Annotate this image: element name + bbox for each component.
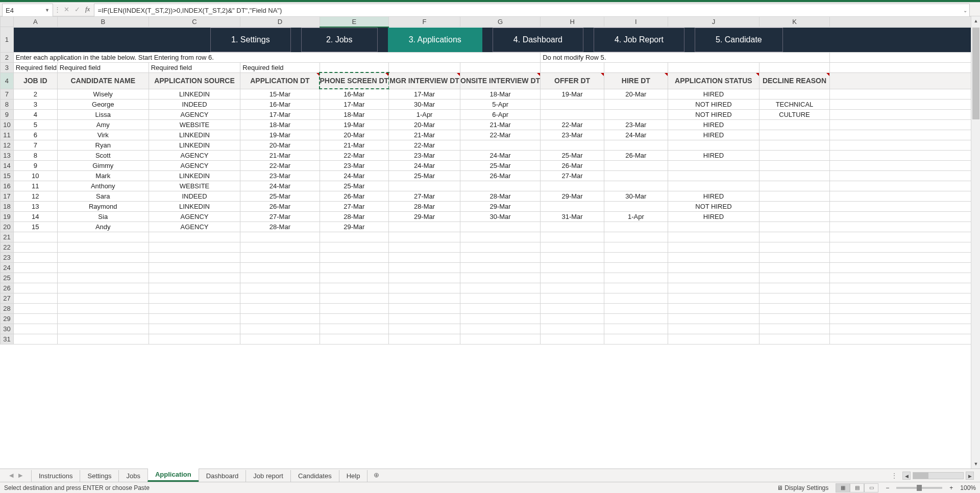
- cell-r20-c10[interactable]: [760, 221, 830, 232]
- empty-cell[interactable]: [760, 232, 830, 242]
- cell-r16-c7[interactable]: [541, 181, 604, 191]
- empty-cell[interactable]: [13, 293, 57, 303]
- cell-r9-c3[interactable]: 17-Mar: [240, 109, 320, 119]
- cell-r10-c7[interactable]: 22-Mar: [541, 119, 604, 130]
- empty-cell[interactable]: [829, 262, 979, 273]
- cell-r19-c0[interactable]: 14: [13, 211, 57, 221]
- empty-cell[interactable]: [149, 252, 240, 262]
- sheet-tab-candidates[interactable]: Candidates: [290, 470, 339, 482]
- cell-r19-c6[interactable]: 30-Mar: [460, 211, 541, 221]
- column-header-C[interactable]: C: [149, 17, 240, 27]
- cell-r18-c9[interactable]: NOT HIRED: [668, 201, 759, 211]
- empty-cell[interactable]: [149, 262, 240, 273]
- empty-cell[interactable]: [389, 283, 460, 293]
- empty-cell[interactable]: [149, 273, 240, 283]
- nav-button-0[interactable]: 1. Settings: [210, 28, 291, 52]
- empty-cell[interactable]: [149, 293, 240, 303]
- cell-r8-c3[interactable]: 16-Mar: [240, 99, 320, 109]
- cell-r19-c7[interactable]: 31-Mar: [541, 211, 604, 221]
- empty-cell[interactable]: [389, 252, 460, 262]
- cell-r20-c8[interactable]: [604, 221, 668, 232]
- column-header-G[interactable]: G: [460, 17, 541, 27]
- empty-cell[interactable]: [389, 303, 460, 313]
- cell-r7-c5[interactable]: 17-Mar: [389, 89, 460, 99]
- empty-cell[interactable]: [460, 283, 541, 293]
- cell-r16-c4[interactable]: 25-Mar: [320, 181, 389, 191]
- empty-cell[interactable]: [149, 334, 240, 344]
- empty-cell[interactable]: [240, 242, 320, 252]
- cell-r20-c5[interactable]: [389, 221, 460, 232]
- cell-r16-c5[interactable]: [389, 181, 460, 191]
- cell-r9-c0[interactable]: 4: [13, 109, 57, 119]
- cell-r15-c6[interactable]: 26-Mar: [460, 170, 541, 181]
- empty-cell[interactable]: [604, 242, 668, 252]
- empty-cell[interactable]: [604, 293, 668, 303]
- cell-r13-c4[interactable]: 22-Mar: [320, 150, 389, 160]
- empty-cell[interactable]: [57, 242, 149, 252]
- cell-r10-c6[interactable]: 21-Mar: [460, 119, 541, 130]
- empty-cell[interactable]: [57, 303, 149, 313]
- cell-r17-c4[interactable]: 26-Mar: [320, 191, 389, 201]
- empty-cell[interactable]: [57, 252, 149, 262]
- table-header-10[interactable]: DECLINE REASON: [760, 72, 830, 89]
- cell-r14-c2[interactable]: AGENCY: [149, 160, 240, 170]
- empty-cell[interactable]: [240, 283, 320, 293]
- empty-cell[interactable]: [541, 262, 604, 273]
- cell-r12-c1[interactable]: Ryan: [57, 140, 149, 150]
- cell-r14-c3[interactable]: 22-Mar: [240, 160, 320, 170]
- empty-cell[interactable]: [668, 252, 759, 262]
- cell-r19-c1[interactable]: Sia: [57, 211, 149, 221]
- cell-r19-c5[interactable]: 29-Mar: [389, 211, 460, 221]
- empty-cell[interactable]: [57, 283, 149, 293]
- table-header-6[interactable]: ONSITE INTERVIEW DT: [460, 72, 541, 89]
- row-header-18[interactable]: 18: [1, 201, 14, 211]
- cell-r13-c9[interactable]: HIRED: [668, 150, 759, 160]
- nav-button-3[interactable]: 4. Dashboard: [493, 28, 583, 52]
- cell-r14-c10[interactable]: [760, 160, 830, 170]
- cell-r7-c9[interactable]: HIRED: [668, 89, 759, 99]
- cell-r19-c8[interactable]: 1-Apr: [604, 211, 668, 221]
- tab-nav-arrows[interactable]: ◀ ▶: [0, 469, 32, 482]
- empty-cell[interactable]: [240, 232, 320, 242]
- cell-r15-c0[interactable]: 10: [13, 170, 57, 181]
- cell-r17-c2[interactable]: INDEED: [149, 191, 240, 201]
- cell-r16-c9[interactable]: [668, 181, 759, 191]
- cell-r19-c9[interactable]: HIRED: [668, 211, 759, 221]
- cell-r12-c10[interactable]: [760, 140, 830, 150]
- cell-r17-c1[interactable]: Sara: [57, 191, 149, 201]
- row-header-9[interactable]: 9: [1, 109, 14, 119]
- nav-button-2[interactable]: 3. Applications: [388, 28, 482, 52]
- empty-cell[interactable]: [541, 334, 604, 344]
- row-header-7[interactable]: 7: [1, 89, 14, 99]
- empty-cell[interactable]: [829, 283, 979, 293]
- empty-cell[interactable]: [460, 232, 541, 242]
- cell-r13-c1[interactable]: Scott: [57, 150, 149, 160]
- row-header-8[interactable]: 8: [1, 99, 14, 109]
- empty-cell[interactable]: [240, 252, 320, 262]
- empty-cell[interactable]: [760, 273, 830, 283]
- formula-expand-icon[interactable]: ⌄: [963, 8, 967, 13]
- cell-r17-c6[interactable]: 28-Mar: [460, 191, 541, 201]
- comment-indicator-icon[interactable]: [826, 73, 829, 76]
- cell-r18-c4[interactable]: 27-Mar: [320, 201, 389, 211]
- empty-cell[interactable]: [541, 293, 604, 303]
- empty-cell[interactable]: [320, 293, 389, 303]
- cell-r13-c2[interactable]: AGENCY: [149, 150, 240, 160]
- empty-cell[interactable]: [829, 303, 979, 313]
- row-header-4[interactable]: 4: [1, 72, 14, 89]
- cell-r20-c7[interactable]: [541, 221, 604, 232]
- row-header-23[interactable]: 23: [1, 252, 14, 262]
- scroll-down-icon[interactable]: ▼: [971, 459, 980, 469]
- empty-cell[interactable]: [460, 293, 541, 303]
- tab-next-icon[interactable]: ▶: [18, 472, 22, 479]
- cell-r11-c10[interactable]: [760, 130, 830, 140]
- cell-r9-c5[interactable]: 1-Apr: [389, 109, 460, 119]
- empty-cell[interactable]: [541, 313, 604, 324]
- cell-r8-c10[interactable]: TECHNICAL: [760, 99, 830, 109]
- empty-cell[interactable]: [668, 232, 759, 242]
- empty-cell[interactable]: [13, 262, 57, 273]
- hscroll-thumb[interactable]: [913, 473, 928, 479]
- cell-r19-c2[interactable]: AGENCY: [149, 211, 240, 221]
- empty-cell[interactable]: [460, 252, 541, 262]
- cell-r10-c4[interactable]: 19-Mar: [320, 119, 389, 130]
